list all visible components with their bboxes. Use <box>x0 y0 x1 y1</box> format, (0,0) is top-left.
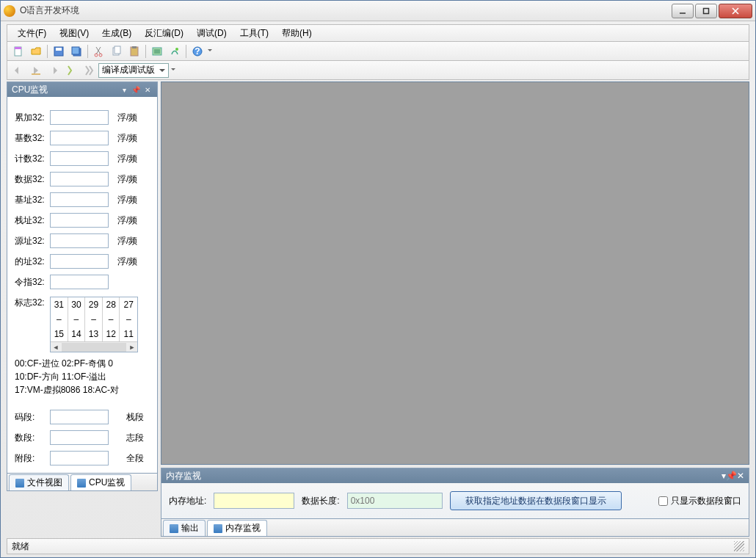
only-dataseg-checkbox[interactable]: 只显示数据段窗口 <box>658 495 741 507</box>
resize-grip-icon[interactable] <box>734 541 744 551</box>
menu-help[interactable]: 帮助(H) <box>276 26 318 41</box>
toolbar-main: ? <box>7 42 749 61</box>
paste-icon[interactable] <box>126 43 142 59</box>
reg-label-0: 累加32: <box>15 112 47 124</box>
mem-addr-input[interactable] <box>214 493 294 509</box>
flag-cell: 14 <box>68 327 86 341</box>
seg-label-l-2: 附段: <box>15 452 47 465</box>
mem-close-icon[interactable]: ✕ <box>737 471 744 481</box>
flag-cell: – <box>68 312 86 327</box>
cut-icon[interactable] <box>91 43 107 59</box>
tab-cpu-monitor[interactable]: CPU监视 <box>70 474 131 490</box>
toolbar-debug: 编译成调试版 <box>7 61 749 80</box>
menu-view[interactable]: 视图(V) <box>54 26 95 41</box>
menubar: 文件(F) 视图(V) 生成(B) 反汇编(D) 调试(D) 工具(T) 帮助(… <box>7 24 749 42</box>
compile-mode-label: 编译成调试版 <box>102 64 155 76</box>
dbg-icon-3[interactable] <box>46 62 62 79</box>
scroll-left-icon[interactable]: ◄ <box>51 342 61 352</box>
mem-len-input[interactable] <box>347 493 443 509</box>
reg-input-2[interactable] <box>50 151 109 166</box>
mem-addr-label: 内存地址: <box>169 495 206 507</box>
tab-output[interactable]: 输出 <box>163 520 206 536</box>
reg-tail-0: 浮/频 <box>117 112 137 124</box>
pane-pin-icon[interactable]: 📌 <box>131 84 141 95</box>
menu-disasm[interactable]: 反汇编(D) <box>139 26 189 41</box>
new-icon[interactable] <box>10 43 26 59</box>
seg-input-2[interactable] <box>50 451 109 465</box>
flag-cell: 13 <box>85 327 103 341</box>
seg-input-0[interactable] <box>50 410 109 424</box>
status-text: 就绪 <box>12 540 29 553</box>
menu-debug[interactable]: 调试(D) <box>191 26 233 41</box>
copy-icon[interactable] <box>109 43 125 59</box>
seg-label-r-1: 志段 <box>126 432 144 444</box>
pane-dropdown-icon[interactable]: ▾ <box>119 84 129 95</box>
seg-label-r-0: 栈段 <box>126 411 144 424</box>
toolbar2-overflow-icon[interactable] <box>170 62 176 79</box>
cpu-pane-title: CPU监视 <box>12 84 48 96</box>
seg-label-l-0: 码段: <box>15 411 47 424</box>
svg-rect-7 <box>56 48 62 51</box>
cpu-monitor-pane: CPU监视 ▾ 📌 ✕ 累加32: 浮/频基数32: 浮/频计数32: 浮/频数… <box>7 81 158 474</box>
close-button[interactable] <box>719 4 752 18</box>
only-dataseg-check-input[interactable] <box>658 496 668 506</box>
save-all-icon[interactable] <box>68 43 84 59</box>
flag-cell: 15 <box>51 327 68 341</box>
reg-input-7[interactable] <box>50 254 109 269</box>
reg-input-6[interactable] <box>50 233 109 248</box>
window-title: O语言开发环境 <box>20 4 672 17</box>
seg-label-l-1: 数段: <box>15 432 47 444</box>
minimize-button[interactable] <box>672 4 694 18</box>
reg-tail-7: 浮/频 <box>117 256 137 268</box>
menu-file[interactable]: 文件(F) <box>12 26 52 41</box>
reg-label-5: 栈址32: <box>15 214 47 227</box>
compile-mode-combo[interactable]: 编译成调试版 <box>98 63 169 78</box>
menu-build[interactable]: 生成(B) <box>96 26 137 41</box>
reg-label-7: 的址32: <box>15 256 47 268</box>
maximize-button[interactable] <box>695 4 717 18</box>
save-icon[interactable] <box>51 43 67 59</box>
memory-icon <box>214 524 222 533</box>
seg-input-1[interactable] <box>50 430 109 445</box>
tool1-icon[interactable] <box>149 43 165 59</box>
dbg-icon-1[interactable] <box>10 62 26 79</box>
reg-input-4[interactable] <box>50 192 109 207</box>
fetch-data-button[interactable]: 获取指定地址数据在数据段窗口显示 <box>450 491 622 510</box>
flags-legend: 00:CF-进位 02:PF-奇偶 0 10:DF-方向 11:OF-溢出 17… <box>15 357 153 396</box>
toolbar-overflow-icon[interactable] <box>207 43 213 59</box>
reg-tail-3: 浮/频 <box>117 173 137 186</box>
dbg-icon-5[interactable] <box>81 62 97 79</box>
flag-cell: – <box>85 312 103 327</box>
reg-label-6: 源址32: <box>15 235 47 247</box>
pane-close-icon[interactable]: ✕ <box>142 84 153 95</box>
flag-cell: – <box>103 312 120 327</box>
menu-tools[interactable]: 工具(T) <box>234 26 275 41</box>
tab-memory-monitor[interactable]: 内存监视 <box>207 520 267 536</box>
open-icon[interactable] <box>28 43 44 59</box>
reg-input-3[interactable] <box>50 172 109 186</box>
seg-label-r-2: 全段 <box>126 452 144 465</box>
mem-pane-title: 内存监视 <box>166 470 201 482</box>
flag-cell: 27 <box>120 297 137 312</box>
reg-input-5[interactable] <box>50 213 109 228</box>
mem-pin-icon[interactable]: 📌 <box>726 471 737 481</box>
reg-label-4: 基址32: <box>15 194 47 206</box>
reg-tail-1: 浮/频 <box>117 132 137 145</box>
reg-label-2: 计数32: <box>15 153 47 165</box>
left-tabstrip: 文件视图 CPU监视 <box>7 474 158 491</box>
reg-tail-4: 浮/频 <box>117 194 137 206</box>
output-icon <box>170 524 178 533</box>
tool2-icon[interactable] <box>167 43 183 59</box>
reg-input-8[interactable] <box>50 275 109 289</box>
flag-cell: 12 <box>103 327 120 341</box>
dbg-icon-2[interactable] <box>28 62 44 79</box>
dbg-icon-4[interactable] <box>63 62 79 79</box>
bottom-tabstrip: 输出 内存监视 <box>161 519 749 537</box>
help-icon[interactable]: ? <box>189 43 206 59</box>
scroll-right-icon[interactable]: ► <box>127 342 137 352</box>
reg-input-0[interactable] <box>50 110 109 125</box>
reg-input-1[interactable] <box>50 131 109 145</box>
reg-tail-5: 浮/频 <box>117 214 137 227</box>
tab-file-view[interactable]: 文件视图 <box>9 474 69 490</box>
flags-scrollbar[interactable]: ◄ ► <box>51 341 137 352</box>
